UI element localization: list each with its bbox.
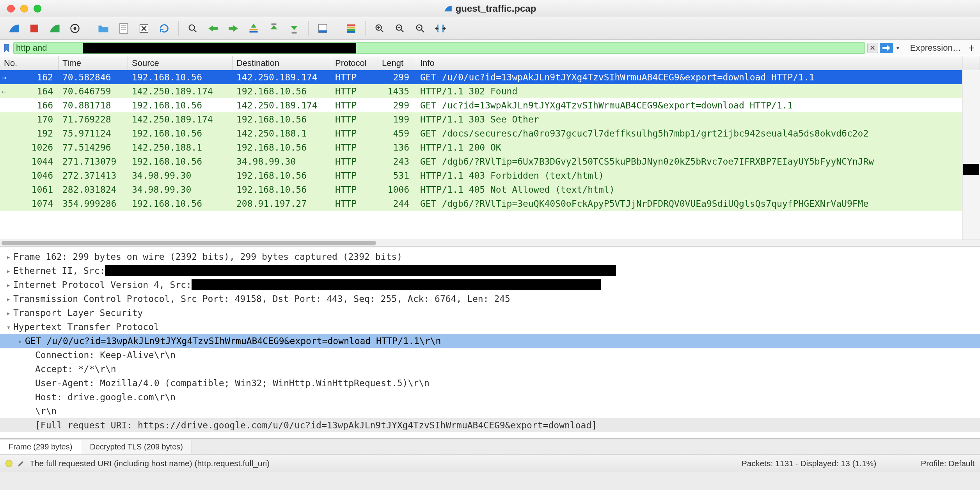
svg-rect-16 [347,27,355,28]
svg-rect-15 [347,24,355,26]
zoom-out-icon[interactable] [391,20,408,37]
stop-capture-icon[interactable] [26,20,43,37]
svg-rect-6 [121,29,126,30]
svg-rect-9 [250,29,258,30]
col-header-time[interactable]: Time [59,56,128,70]
display-filter-text: http and [16,43,47,53]
close-file-icon[interactable] [135,20,153,37]
edit-capture-comment-icon[interactable] [17,460,25,467]
tree-http-accept[interactable]: Accept: */*\r\n [0,362,980,376]
save-file-icon[interactable] [115,20,132,37]
col-header-source[interactable]: Source [128,56,233,70]
zoom-window-button[interactable] [34,5,41,12]
reload-icon[interactable] [156,20,173,37]
svg-rect-18 [347,31,355,33]
packet-list-pane: No. Time Source Destination Protocol Len… [0,56,980,247]
display-filter-bar: http and ✕ ▾ Expression… + [0,40,980,56]
zoom-in-icon[interactable] [371,20,388,37]
wireshark-app-icon [444,4,453,13]
tree-http-blank[interactable]: \r\n [0,404,980,418]
status-bar: The full requested URI (including host n… [0,455,980,472]
svg-rect-11 [272,23,277,25]
tree-frame[interactable]: ▸Frame 162: 299 bytes on wire (2392 bits… [0,250,980,264]
tree-ip[interactable]: ▸Internet Protocol Version 4, Src: [0,278,980,292]
col-header-info[interactable]: Info [416,56,962,70]
tree-ethernet[interactable]: ▸Ethernet II, Src: [0,264,980,278]
main-toolbar [0,17,980,40]
open-file-icon[interactable] [95,20,112,37]
packet-row[interactable]: ←16470.646759142.250.189.174192.168.10.5… [0,84,962,98]
svg-rect-12 [292,32,297,33]
bytes-pane-tabs: Frame (299 bytes) Decrypted TLS (209 byt… [0,439,980,455]
colorize-icon[interactable] [343,20,360,37]
tree-http[interactable]: ▾Hypertext Transfer Protocol [0,320,980,334]
clear-filter-button[interactable]: ✕ [867,43,878,53]
packet-rows[interactable]: →16270.582846192.168.10.56142.250.189.17… [0,70,962,240]
packet-details-pane[interactable]: ▸Frame 162: 299 bytes on wire (2392 bits… [0,247,980,439]
display-filter-input[interactable]: http and [13,42,865,54]
expression-button[interactable]: Expression… [910,43,961,53]
svg-rect-5 [121,27,126,28]
col-header-length[interactable]: Lengt [378,56,416,70]
tree-http-user-agent[interactable]: User-Agent: Mozilla/4.0 (compatible; Win… [0,376,980,390]
col-header-destination[interactable]: Destination [233,56,331,70]
status-packets: Packets: 1131 · Displayed: 13 (1.1%) [742,459,877,468]
close-window-button[interactable] [7,5,15,12]
expert-info-led-icon[interactable] [5,460,12,467]
packet-list-hscrollbar[interactable] [0,240,980,246]
tree-tls[interactable]: ▸Transport Layer Security [0,306,980,320]
svg-point-8 [189,25,195,30]
go-last-icon[interactable] [286,20,303,37]
resize-columns-icon[interactable] [432,20,449,37]
restart-capture-icon[interactable] [46,20,63,37]
shark-fin-icon[interactable] [5,20,23,37]
auto-scroll-icon[interactable] [314,20,331,37]
svg-rect-4 [121,25,126,26]
titlebar: guest_traffic.pcap [0,0,980,17]
go-first-icon[interactable] [265,20,282,37]
packet-row[interactable]: →16270.582846192.168.10.56142.250.189.17… [0,70,962,84]
zoom-reset-icon[interactable] [412,20,429,37]
status-hint: The full requested URI (including host n… [30,459,737,468]
packet-row[interactable]: 17071.769228142.250.189.174192.168.10.56… [0,112,962,126]
packet-row[interactable]: 102677.514296142.250.188.1192.168.10.56H… [0,140,962,154]
packet-row[interactable]: 1061282.03182434.98.99.30192.168.10.56HT… [0,183,962,197]
find-icon[interactable] [184,20,201,37]
svg-rect-14 [319,30,327,32]
redacted-filter-portion [83,43,356,53]
svg-rect-17 [347,29,355,31]
packet-row[interactable]: 16670.881718192.168.10.56142.250.189.174… [0,98,962,112]
status-profile[interactable]: Profile: Default [921,459,975,468]
apply-filter-button[interactable] [880,43,893,53]
tree-http-connection[interactable]: Connection: Keep-Alive\r\n [0,348,980,362]
capture-options-icon[interactable] [66,20,83,37]
packet-row[interactable]: 1074354.999286192.168.10.56208.91.197.27… [0,197,962,211]
filter-history-dropdown[interactable]: ▾ [895,43,902,53]
go-forward-icon[interactable] [225,20,242,37]
col-header-no[interactable]: No. [0,56,59,70]
filter-bookmark-icon[interactable] [2,43,11,53]
svg-point-2 [74,27,76,30]
minimize-window-button[interactable] [20,5,28,12]
svg-rect-10 [250,31,258,33]
packet-list-header[interactable]: No. Time Source Destination Protocol Len… [0,56,980,70]
packet-row[interactable]: 1044271.713079192.168.10.5634.98.99.30HT… [0,154,962,169]
window-title: guest_traffic.pcap [456,3,536,14]
packet-row[interactable]: 19275.971124192.168.10.56142.250.188.1HT… [0,126,962,140]
tree-http-full-uri[interactable]: [Full request URI: https://drive.google.… [0,418,980,432]
packet-row[interactable]: 1046272.37141334.98.99.30192.168.10.56HT… [0,169,962,183]
tree-http-request-line[interactable]: ▸GET /u/0/uc?id=13wpAkJLn9tJYXg4TzvSIhWr… [0,334,980,348]
go-to-packet-icon[interactable] [245,20,262,37]
svg-rect-0 [30,25,38,32]
packet-minimap[interactable] [962,70,980,240]
bytes-tab-frame[interactable]: Frame (299 bytes) [0,440,81,454]
go-back-icon[interactable] [204,20,222,37]
bytes-tab-tls[interactable]: Decrypted TLS (209 bytes) [81,440,192,454]
svg-rect-3 [120,23,128,33]
tree-http-host[interactable]: Host: drive.google.com\r\n [0,390,980,404]
tree-tcp[interactable]: ▸Transmission Control Protocol, Src Port… [0,292,980,306]
col-header-protocol[interactable]: Protocol [331,56,378,70]
add-filter-button[interactable]: + [968,42,975,54]
